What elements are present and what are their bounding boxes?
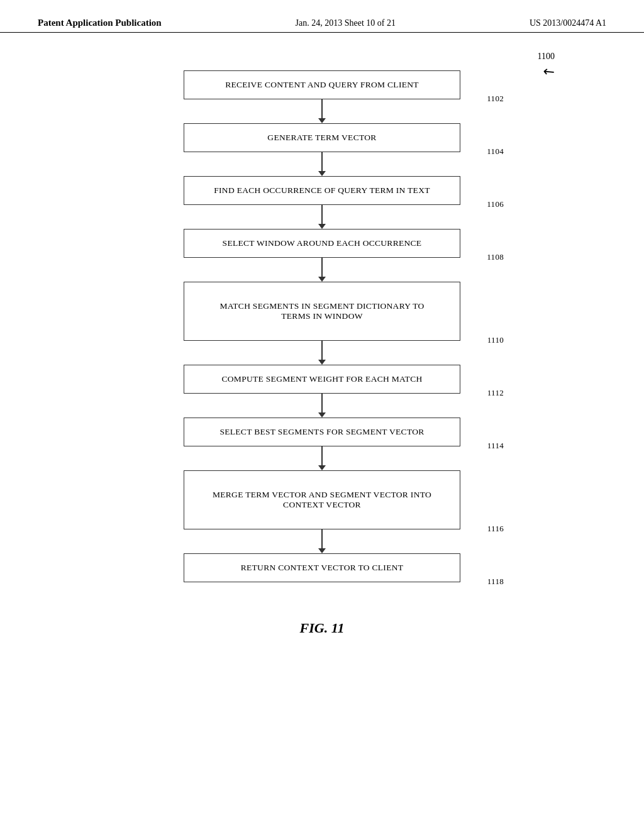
flow-box-1106: FIND EACH OCCURRENCE OF QUERY TERM IN TE… — [184, 176, 460, 205]
connector-1 — [140, 99, 504, 123]
flow-box-1118: RETURN CONTEXT VECTOR TO CLIENT 1118 — [184, 553, 460, 582]
flow-box-1114: SELECT BEST SEGMENTS FOR SEGMENT VECTOR … — [184, 418, 460, 446]
figure-caption: FIG. 11 — [140, 620, 504, 636]
diagram-pointer-icon: ↗ — [539, 63, 558, 82]
diagram-label: 1100 ↗ — [538, 52, 555, 80]
connector-5 — [140, 341, 504, 365]
header-publication-label: Patent Application Publication — [38, 18, 162, 28]
page-header: Patent Application Publication Jan. 24, … — [0, 0, 644, 33]
connector-8 — [140, 529, 504, 553]
connector-2 — [140, 152, 504, 176]
flow-box-1108: SELECT WINDOW AROUND EACH OCCURRENCE 110… — [184, 229, 460, 258]
flow-box-1116: MERGE TERM VECTOR AND SEGMENT VECTOR INT… — [184, 470, 460, 529]
connector-3 — [140, 205, 504, 229]
flow-box-1104: GENERATE TERM VECTOR 1104 — [184, 123, 460, 152]
flow-box-1102: RECEIVE CONTENT AND QUERY FROM CLIENT 11… — [184, 70, 460, 99]
connector-6 — [140, 394, 504, 418]
flow-box-1110: MATCH SEGMENTS IN SEGMENT DICTIONARY TO … — [184, 282, 460, 341]
flow-box-1112: COMPUTE SEGMENT WEIGHT FOR EACH MATCH 11… — [184, 365, 460, 394]
step-label-1118: 1118 — [487, 577, 504, 587]
connector-4 — [140, 258, 504, 282]
header-patent-number: US 2013/0024474 A1 — [530, 18, 606, 28]
connector-7 — [140, 446, 504, 470]
header-date-sheet: Jan. 24, 2013 Sheet 10 of 21 — [296, 18, 396, 28]
flowchart: 1100 ↗ RECEIVE CONTENT AND QUERY FROM CL… — [140, 70, 504, 636]
main-content: 1100 ↗ RECEIVE CONTENT AND QUERY FROM CL… — [0, 33, 644, 636]
